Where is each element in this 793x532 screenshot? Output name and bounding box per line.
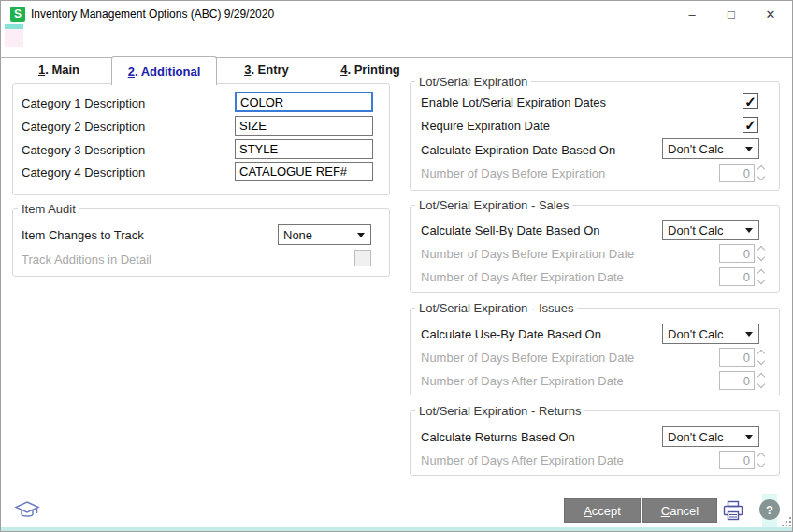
calc-expiration-date-label: Calculate Expiration Date Based On bbox=[421, 143, 615, 157]
calc-expiration-date-dropdown[interactable]: Don't Calc bbox=[662, 138, 759, 159]
sales-days-after-field: 0 bbox=[719, 267, 755, 286]
calc-returns-value: Don't Calc bbox=[668, 430, 724, 444]
accept-button-accel: A bbox=[584, 504, 592, 518]
item-audit-title: Item Audit bbox=[18, 202, 79, 216]
calc-returns-dropdown[interactable]: Don't Calc bbox=[662, 426, 759, 447]
item-changes-to-track-label: Item Changes to Track bbox=[22, 228, 144, 242]
printer-icon bbox=[722, 500, 744, 521]
resize-grip[interactable] bbox=[786, 521, 787, 523]
calc-expiration-date-value: Don't Calc bbox=[668, 142, 724, 156]
tab-main[interactable]: 1. Main bbox=[8, 57, 109, 81]
returns-days-after-label: Number of Days After Expiration Date bbox=[421, 453, 624, 467]
tab-main-label: . Main bbox=[45, 63, 79, 77]
category-1-input[interactable] bbox=[235, 92, 373, 112]
minimize-button[interactable]: – bbox=[674, 1, 710, 27]
inventory-management-options-window: S Inventory Management Options (ABC) 9/2… bbox=[0, 0, 793, 532]
spinner-arrows-icon bbox=[756, 348, 767, 367]
spinner-arrows-icon bbox=[756, 451, 767, 469]
spinner-arrows-icon bbox=[756, 244, 767, 263]
track-additions-in-detail-label: Track Additions in Detail bbox=[22, 252, 151, 266]
window-title: Inventory Management Options (ABC) 9/29/… bbox=[31, 7, 274, 21]
cancel-button-label: ancel bbox=[670, 504, 699, 518]
tab-main-number: 1 bbox=[38, 63, 45, 77]
check-icon: ✓ bbox=[744, 94, 757, 108]
maximize-button[interactable]: □ bbox=[714, 1, 749, 27]
days-before-expiration-label: Number of Days Before Expiration bbox=[421, 166, 605, 180]
chevron-down-icon bbox=[357, 233, 365, 237]
print-button[interactable] bbox=[722, 500, 744, 521]
training-button[interactable] bbox=[14, 499, 40, 522]
days-before-expiration-field: 0 bbox=[719, 164, 755, 182]
calc-sell-by-dropdown[interactable]: Don't Calc bbox=[662, 220, 759, 240]
tab-entry-label: . Entry bbox=[251, 63, 288, 77]
calc-use-by-value: Don't Calc bbox=[668, 327, 724, 341]
issues-days-after-label: Number of Days After Expiration Date bbox=[421, 374, 624, 388]
lot-serial-expiration-title: Lot/Serial Expiration bbox=[415, 75, 531, 89]
category-4-label: Category 4 Description bbox=[22, 165, 145, 180]
issues-days-before-field: 0 bbox=[719, 348, 755, 367]
chevron-down-icon bbox=[745, 147, 753, 151]
tab-printing[interactable]: 4. Printing bbox=[315, 57, 425, 81]
tab-printing-label: . Printing bbox=[347, 63, 399, 77]
chevron-down-icon bbox=[745, 435, 753, 439]
chevron-down-icon bbox=[745, 332, 753, 337]
returns-group-title: Lot/Serial Expiration - Returns bbox=[415, 404, 584, 418]
calc-sell-by-value: Don't Calc bbox=[668, 223, 724, 237]
require-expiration-date-label: Require Expiration Date bbox=[421, 119, 550, 133]
sales-days-before-field: 0 bbox=[719, 244, 755, 263]
enable-expiration-dates-checkbox[interactable]: ✓ bbox=[743, 93, 758, 109]
accept-button[interactable]: Accept bbox=[564, 498, 641, 523]
window-bottom-accent bbox=[1, 527, 792, 531]
sales-group-title: Lot/Serial Expiration - Sales bbox=[415, 198, 572, 212]
track-additions-in-detail-checkbox bbox=[354, 250, 371, 266]
question-mark-icon: ? bbox=[766, 503, 773, 517]
item-changes-to-track-dropdown[interactable]: None bbox=[278, 224, 371, 245]
require-expiration-date-checkbox[interactable]: ✓ bbox=[743, 117, 758, 133]
category-1-label: Category 1 Description bbox=[22, 96, 145, 110]
item-changes-to-track-value: None bbox=[283, 228, 312, 242]
tab-additional-number: 2 bbox=[128, 65, 135, 79]
returns-days-after-field: 0 bbox=[719, 451, 755, 469]
calc-use-by-dropdown[interactable]: Don't Calc bbox=[662, 324, 759, 344]
tab-entry-number: 3 bbox=[244, 63, 251, 77]
spinner-arrows-icon bbox=[756, 267, 767, 286]
calc-use-by-label: Calculate Use-By Date Based On bbox=[421, 327, 601, 341]
issues-days-before-label: Number of Days Before Expiration Date bbox=[421, 351, 634, 365]
cancel-button-accel: C bbox=[661, 504, 670, 518]
category-2-label: Category 2 Description bbox=[22, 120, 145, 134]
tab-printing-number: 4 bbox=[340, 63, 347, 77]
tab-additional-label: . Additional bbox=[135, 65, 200, 79]
category-3-input[interactable] bbox=[235, 139, 373, 159]
title-bar[interactable]: S Inventory Management Options (ABC) 9/2… bbox=[1, 1, 792, 27]
tab-additional[interactable]: 2. Additional bbox=[111, 56, 217, 85]
cancel-button[interactable]: Cancel bbox=[642, 498, 717, 523]
close-button[interactable]: ✕ bbox=[753, 1, 788, 27]
sage-logo-icon: S bbox=[10, 7, 25, 22]
sales-days-after-label: Number of Days After Expiration Date bbox=[421, 270, 624, 284]
enable-expiration-dates-label: Enable Lot/Serial Expiration Dates bbox=[421, 95, 606, 109]
spinner-arrows-icon bbox=[756, 164, 767, 182]
check-icon: ✓ bbox=[744, 118, 757, 132]
logo-letter: S bbox=[14, 7, 22, 21]
spinner-arrows-icon bbox=[756, 371, 767, 390]
calc-returns-label: Calculate Returns Based On bbox=[421, 430, 575, 444]
graduation-cap-icon bbox=[14, 499, 40, 522]
help-button[interactable]: ? bbox=[759, 499, 780, 520]
chevron-down-icon bbox=[745, 228, 753, 233]
category-4-input[interactable] bbox=[235, 162, 373, 181]
issues-group-title: Lot/Serial Expiration - Issues bbox=[415, 301, 577, 315]
sales-days-before-label: Number of Days Before Expiration Date bbox=[421, 247, 634, 261]
calc-sell-by-label: Calculate Sell-By Date Based On bbox=[421, 223, 599, 237]
category-3-label: Category 3 Description bbox=[22, 143, 145, 157]
issues-days-after-field: 0 bbox=[719, 371, 755, 390]
tab-strip: 1. Main 2. Additional 3. Entry 4. Printi… bbox=[1, 27, 792, 58]
accept-button-label: ccept bbox=[592, 504, 621, 518]
tab-entry[interactable]: 3. Entry bbox=[219, 57, 314, 81]
category-2-input[interactable] bbox=[235, 116, 373, 136]
